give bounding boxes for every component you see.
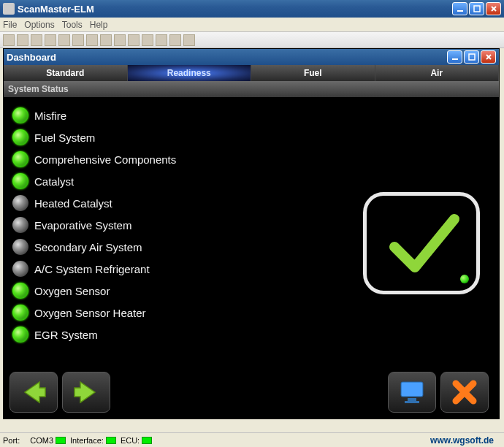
app-icon (3, 3, 15, 15)
menu-options[interactable]: Options (24, 20, 54, 30)
x-icon (450, 378, 479, 407)
section-header: System Status (4, 81, 499, 97)
led-icon (12, 261, 28, 277)
status-port-led (56, 437, 66, 444)
led-icon (12, 326, 28, 343)
readiness-item-label: Comprehensive Components (34, 153, 176, 166)
minimize-button[interactable] (452, 2, 467, 15)
readiness-item: Oxygen Sensor Heater (12, 302, 490, 324)
menu-tools[interactable]: Tools (62, 20, 83, 30)
toolbar-button-1[interactable] (3, 34, 15, 46)
svg-rect-3 (469, 54, 475, 60)
toolbar-button-4[interactable] (45, 34, 56, 46)
status-interface-led (106, 437, 116, 444)
toolbar-button-14[interactable] (183, 34, 195, 46)
readiness-item-label: Oxygen Sensor (34, 285, 110, 297)
status-ok-card (363, 192, 480, 294)
readiness-item: Misfire (12, 104, 490, 126)
led-icon (12, 129, 28, 145)
tab-air[interactable]: Air (375, 65, 500, 81)
dashboard-maximize-button[interactable] (464, 50, 479, 64)
check-icon (380, 203, 467, 283)
dashboard-titlebar: Dashboard (4, 49, 499, 65)
app-titlebar: ScanMaster-ELM (0, 0, 504, 18)
readiness-item: Fuel System (12, 126, 490, 148)
readiness-item: Comprehensive Components (12, 148, 490, 170)
toolbar-button-2[interactable] (17, 34, 28, 46)
led-icon (12, 305, 28, 321)
screen-button[interactable] (388, 372, 436, 413)
readiness-item-label: Heated Catalyst (34, 197, 112, 210)
status-interface-label: Interface: (70, 436, 104, 445)
arrow-left-icon (19, 378, 48, 407)
toolbar-button-8[interactable] (100, 34, 112, 46)
led-icon (12, 151, 28, 167)
led-icon (12, 217, 28, 233)
svg-rect-0 (457, 10, 463, 12)
led-icon (12, 107, 28, 123)
tab-fuel[interactable]: Fuel (251, 65, 375, 81)
arrow-right-icon (72, 378, 101, 407)
toolbar-button-6[interactable] (72, 34, 84, 46)
readiness-item-label: Catalyst (34, 175, 74, 188)
svg-rect-4 (401, 382, 423, 397)
nav-next-button[interactable] (62, 372, 110, 413)
app-title: ScanMaster-ELM (18, 4, 452, 15)
svg-rect-1 (474, 6, 480, 12)
readiness-item-label: Secondary Air System (34, 241, 142, 253)
bottom-nav (9, 370, 493, 414)
svg-rect-5 (408, 398, 416, 401)
menu-file[interactable]: File (3, 20, 17, 30)
toolbar-button-12[interactable] (156, 34, 167, 46)
toolbar-button-9[interactable] (114, 34, 126, 46)
toolbar-button-3[interactable] (31, 34, 42, 46)
nav-prev-button[interactable] (9, 372, 58, 413)
led-icon (12, 239, 28, 255)
menubar: File Options Tools Help (0, 18, 504, 32)
toolbar-button-13[interactable] (169, 34, 181, 46)
toolbar-button-11[interactable] (142, 34, 153, 46)
readiness-item-label: Evaporative System (34, 219, 131, 232)
maximize-button[interactable] (469, 2, 484, 15)
svg-rect-2 (452, 58, 458, 60)
dashboard-body: Standard Readiness Fuel Air System Statu… (4, 65, 499, 419)
status-ecu-led (142, 437, 152, 444)
tab-row: Standard Readiness Fuel Air (4, 65, 499, 81)
led-icon (12, 195, 28, 211)
tab-readiness[interactable]: Readiness (128, 65, 252, 81)
readiness-item-label: Misfire (34, 110, 66, 122)
monitor-icon (397, 378, 427, 407)
window-controls (452, 2, 501, 15)
toolbar-button-10[interactable] (128, 34, 140, 46)
svg-rect-6 (405, 401, 419, 403)
dashboard-close-button[interactable] (481, 50, 496, 64)
tab-standard[interactable]: Standard (4, 65, 128, 81)
status-port-value: COM3 (30, 436, 53, 445)
status-bar: Port: COM3 Interface: ECU: www.wgsoft.de (0, 432, 504, 447)
led-icon (12, 173, 28, 189)
close-button[interactable] (486, 2, 501, 15)
status-url[interactable]: www.wgsoft.de (430, 435, 494, 446)
readiness-item-label: EGR System (34, 329, 98, 341)
toolbar-button-7[interactable] (86, 34, 98, 46)
dashboard-minimize-button[interactable] (447, 50, 462, 64)
toolbar-button-5[interactable] (58, 34, 70, 46)
status-ok-led (460, 275, 469, 283)
cancel-button[interactable] (440, 372, 489, 413)
content-area: MisfireFuel SystemComprehensive Componen… (4, 97, 499, 419)
readiness-item-label: A/C System Refrigerant (34, 263, 150, 275)
dashboard-window-controls (447, 50, 496, 64)
readiness-item: EGR System (12, 324, 490, 345)
menu-help[interactable]: Help (90, 20, 108, 30)
led-icon (12, 283, 28, 299)
readiness-item-label: Oxygen Sensor Heater (34, 307, 146, 319)
status-port-label: Port: (3, 436, 20, 445)
readiness-item: Catalyst (12, 170, 490, 192)
readiness-item-label: Fuel System (34, 131, 95, 144)
status-ecu-label: ECU: (121, 436, 140, 445)
toolbar (0, 32, 504, 48)
dashboard-window: Dashboard Standard Readiness Fuel Air Sy… (3, 48, 500, 419)
dashboard-title: Dashboard (7, 52, 447, 63)
